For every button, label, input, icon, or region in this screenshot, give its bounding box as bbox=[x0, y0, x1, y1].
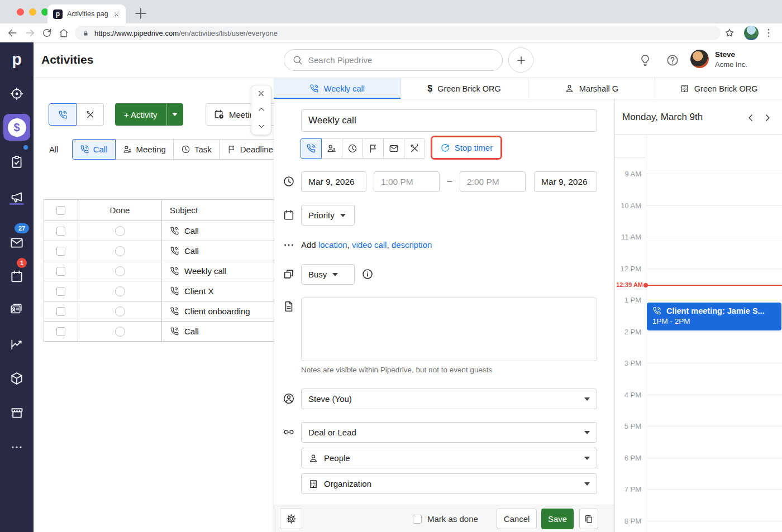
tab-weekly-call[interactable]: Weekly call bbox=[274, 78, 400, 99]
table-row[interactable]: Weekly call bbox=[44, 261, 275, 281]
previous-day-icon[interactable] bbox=[745, 112, 756, 123]
stop-timer-button[interactable]: Stop timer bbox=[432, 137, 500, 158]
end-time-input[interactable] bbox=[460, 171, 526, 192]
type-call-button[interactable] bbox=[301, 138, 322, 159]
help-icon[interactable] bbox=[666, 54, 679, 67]
filter-meeting[interactable]: Meeting bbox=[115, 139, 174, 160]
add-description-link[interactable]: description bbox=[392, 240, 432, 250]
priority-dropdown[interactable]: Priority bbox=[301, 205, 355, 226]
close-icon[interactable] bbox=[257, 89, 265, 98]
table-row[interactable]: Call bbox=[44, 241, 275, 261]
sidebar-item-deals[interactable]: $ bbox=[3, 114, 30, 141]
sidebar-item-marketplace[interactable] bbox=[0, 405, 34, 420]
call-view-toggle[interactable] bbox=[49, 103, 77, 126]
end-date-input[interactable] bbox=[534, 171, 597, 192]
add-location-link[interactable]: location bbox=[318, 240, 347, 250]
add-activity-dropdown[interactable] bbox=[166, 103, 183, 126]
done-radio[interactable] bbox=[115, 266, 125, 276]
sidebar-item-campaigns[interactable] bbox=[0, 190, 34, 205]
type-email-button[interactable] bbox=[383, 138, 404, 159]
row-checkbox[interactable] bbox=[56, 287, 65, 296]
info-icon[interactable] bbox=[361, 268, 374, 280]
reload-icon[interactable] bbox=[41, 27, 53, 39]
sidebar-item-activities[interactable] bbox=[0, 155, 34, 169]
browser-profile-avatar[interactable] bbox=[744, 26, 759, 40]
sidebar-item-more[interactable] bbox=[0, 440, 34, 454]
deal-or-lead-dropdown[interactable]: Deal or Lead bbox=[301, 422, 597, 443]
type-task-button[interactable] bbox=[342, 138, 363, 159]
type-meeting-button[interactable] bbox=[321, 138, 342, 159]
sidebar-item-mail[interactable] bbox=[0, 236, 34, 250]
done-radio[interactable] bbox=[115, 306, 125, 317]
minimize-window-button[interactable] bbox=[29, 8, 36, 16]
quick-add-button[interactable] bbox=[508, 47, 533, 73]
address-bar[interactable]: https://www.pipedrive.com/en/activities/… bbox=[75, 26, 721, 40]
type-deadline-button[interactable] bbox=[363, 138, 384, 159]
owner-dropdown[interactable]: Steve (You) bbox=[301, 389, 597, 409]
sidebar-item-contacts[interactable] bbox=[0, 303, 34, 318]
start-date-input[interactable] bbox=[301, 171, 366, 192]
search-input[interactable] bbox=[308, 55, 494, 65]
cancel-button[interactable]: Cancel bbox=[497, 509, 537, 529]
select-all-checkbox[interactable] bbox=[56, 206, 65, 215]
duplicate-button[interactable] bbox=[579, 509, 598, 529]
row-checkbox[interactable] bbox=[56, 267, 65, 276]
forward-icon[interactable] bbox=[25, 27, 36, 39]
mark-as-done-checkbox[interactable] bbox=[413, 515, 422, 524]
sidebar-item-calendar[interactable] bbox=[0, 269, 34, 284]
add-video-call-link[interactable]: video call bbox=[352, 240, 387, 250]
done-column-header[interactable]: Done bbox=[78, 200, 161, 221]
subject-column-header[interactable]: Subject bbox=[161, 200, 275, 221]
subject-text[interactable]: Weekly call bbox=[184, 266, 227, 276]
table-row[interactable]: Client onboarding bbox=[44, 301, 275, 321]
calendar-event[interactable]: Client meeting: Jamie S... 1PM - 2PM bbox=[647, 303, 781, 330]
close-tab-icon[interactable] bbox=[113, 11, 120, 18]
sidebar-item-leads[interactable] bbox=[0, 87, 34, 101]
people-dropdown[interactable]: People bbox=[301, 448, 597, 468]
browser-tab[interactable]: p Activities page bbox=[47, 4, 126, 23]
subject-text[interactable]: Client onboarding bbox=[184, 306, 250, 316]
chevron-up-icon[interactable] bbox=[257, 105, 266, 114]
row-checkbox[interactable] bbox=[56, 247, 65, 256]
done-radio[interactable] bbox=[115, 226, 125, 236]
table-row[interactable]: Call bbox=[44, 221, 275, 241]
subject-text[interactable]: Client X bbox=[184, 286, 214, 296]
global-search[interactable] bbox=[284, 49, 503, 71]
filter-deadline[interactable]: Deadline bbox=[219, 139, 281, 160]
busy-dropdown[interactable]: Busy bbox=[301, 264, 355, 285]
start-time-input[interactable] bbox=[374, 171, 440, 192]
done-radio[interactable] bbox=[115, 246, 125, 256]
filter-call[interactable]: Call bbox=[72, 139, 116, 160]
bookmark-star-icon[interactable] bbox=[724, 27, 735, 39]
table-row[interactable]: Client X bbox=[44, 281, 275, 301]
back-icon[interactable] bbox=[7, 27, 18, 39]
sidebar-item-insights[interactable] bbox=[0, 337, 34, 352]
subject-text[interactable]: Call bbox=[184, 246, 199, 256]
row-checkbox[interactable] bbox=[56, 307, 65, 316]
pipedrive-logo[interactable]: p bbox=[0, 50, 34, 69]
user-avatar[interactable] bbox=[690, 50, 709, 68]
suggestions-bulb-icon[interactable] bbox=[638, 54, 652, 67]
chevron-down-icon[interactable] bbox=[257, 122, 266, 131]
tab-person-marshall[interactable]: Marshall G bbox=[528, 78, 655, 99]
done-radio[interactable] bbox=[115, 286, 125, 296]
save-button[interactable]: Save bbox=[541, 509, 574, 529]
tab-org-green-brick[interactable]: Green Brick ORG bbox=[655, 78, 782, 99]
subject-text[interactable]: Call bbox=[184, 226, 199, 236]
add-activity-button[interactable]: + Activity bbox=[115, 103, 166, 126]
filter-task[interactable]: Task bbox=[173, 139, 220, 160]
home-icon[interactable] bbox=[58, 27, 69, 39]
new-tab-button[interactable] bbox=[133, 6, 149, 21]
subject-text[interactable]: Call bbox=[184, 327, 199, 336]
tab-deal-green-brick[interactable]: $Green Brick ORG bbox=[400, 78, 528, 99]
organization-dropdown[interactable]: Organization bbox=[301, 473, 597, 494]
row-checkbox[interactable] bbox=[56, 327, 65, 336]
browser-menu-icon[interactable] bbox=[763, 27, 774, 39]
done-radio[interactable] bbox=[115, 327, 125, 337]
next-day-icon[interactable] bbox=[762, 112, 773, 123]
food-view-toggle[interactable] bbox=[76, 103, 104, 126]
sidebar-item-products[interactable] bbox=[0, 371, 34, 386]
settings-button[interactable] bbox=[280, 508, 302, 529]
close-window-button[interactable] bbox=[17, 8, 24, 16]
type-lunch-button[interactable] bbox=[404, 138, 425, 159]
